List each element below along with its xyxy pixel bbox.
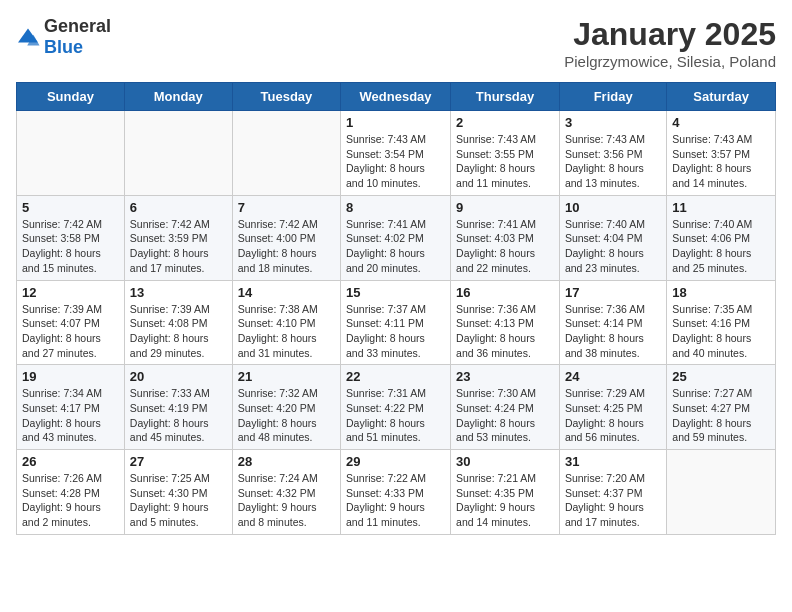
calendar-cell: 4Sunrise: 7:43 AM Sunset: 3:57 PM Daylig… bbox=[667, 111, 776, 196]
day-number: 18 bbox=[672, 285, 770, 300]
day-info: Sunrise: 7:39 AM Sunset: 4:07 PM Dayligh… bbox=[22, 302, 119, 361]
day-info: Sunrise: 7:35 AM Sunset: 4:16 PM Dayligh… bbox=[672, 302, 770, 361]
day-info: Sunrise: 7:42 AM Sunset: 3:58 PM Dayligh… bbox=[22, 217, 119, 276]
day-number: 1 bbox=[346, 115, 445, 130]
column-header-saturday: Saturday bbox=[667, 83, 776, 111]
day-info: Sunrise: 7:43 AM Sunset: 3:57 PM Dayligh… bbox=[672, 132, 770, 191]
calendar-cell: 19Sunrise: 7:34 AM Sunset: 4:17 PM Dayli… bbox=[17, 365, 125, 450]
logo-text: General Blue bbox=[44, 16, 111, 58]
title-block: January 2025 Pielgrzymowice, Silesia, Po… bbox=[564, 16, 776, 70]
calendar-title: January 2025 bbox=[564, 16, 776, 53]
day-info: Sunrise: 7:38 AM Sunset: 4:10 PM Dayligh… bbox=[238, 302, 335, 361]
calendar-cell: 21Sunrise: 7:32 AM Sunset: 4:20 PM Dayli… bbox=[232, 365, 340, 450]
page-header: General Blue January 2025 Pielgrzymowice… bbox=[16, 16, 776, 70]
day-number: 16 bbox=[456, 285, 554, 300]
day-number: 19 bbox=[22, 369, 119, 384]
day-info: Sunrise: 7:29 AM Sunset: 4:25 PM Dayligh… bbox=[565, 386, 661, 445]
day-number: 26 bbox=[22, 454, 119, 469]
day-number: 9 bbox=[456, 200, 554, 215]
day-info: Sunrise: 7:27 AM Sunset: 4:27 PM Dayligh… bbox=[672, 386, 770, 445]
calendar-cell bbox=[17, 111, 125, 196]
day-info: Sunrise: 7:34 AM Sunset: 4:17 PM Dayligh… bbox=[22, 386, 119, 445]
day-info: Sunrise: 7:43 AM Sunset: 3:54 PM Dayligh… bbox=[346, 132, 445, 191]
day-number: 30 bbox=[456, 454, 554, 469]
day-number: 3 bbox=[565, 115, 661, 130]
day-number: 25 bbox=[672, 369, 770, 384]
day-info: Sunrise: 7:37 AM Sunset: 4:11 PM Dayligh… bbox=[346, 302, 445, 361]
calendar-cell: 11Sunrise: 7:40 AM Sunset: 4:06 PM Dayli… bbox=[667, 195, 776, 280]
day-number: 29 bbox=[346, 454, 445, 469]
day-number: 10 bbox=[565, 200, 661, 215]
day-number: 27 bbox=[130, 454, 227, 469]
day-info: Sunrise: 7:39 AM Sunset: 4:08 PM Dayligh… bbox=[130, 302, 227, 361]
day-number: 4 bbox=[672, 115, 770, 130]
day-info: Sunrise: 7:43 AM Sunset: 3:55 PM Dayligh… bbox=[456, 132, 554, 191]
calendar-cell: 9Sunrise: 7:41 AM Sunset: 4:03 PM Daylig… bbox=[451, 195, 560, 280]
calendar-cell: 6Sunrise: 7:42 AM Sunset: 3:59 PM Daylig… bbox=[124, 195, 232, 280]
calendar-cell: 2Sunrise: 7:43 AM Sunset: 3:55 PM Daylig… bbox=[451, 111, 560, 196]
day-info: Sunrise: 7:41 AM Sunset: 4:02 PM Dayligh… bbox=[346, 217, 445, 276]
day-info: Sunrise: 7:43 AM Sunset: 3:56 PM Dayligh… bbox=[565, 132, 661, 191]
calendar-cell: 17Sunrise: 7:36 AM Sunset: 4:14 PM Dayli… bbox=[559, 280, 666, 365]
day-info: Sunrise: 7:26 AM Sunset: 4:28 PM Dayligh… bbox=[22, 471, 119, 530]
day-info: Sunrise: 7:42 AM Sunset: 4:00 PM Dayligh… bbox=[238, 217, 335, 276]
calendar-cell: 5Sunrise: 7:42 AM Sunset: 3:58 PM Daylig… bbox=[17, 195, 125, 280]
day-info: Sunrise: 7:36 AM Sunset: 4:14 PM Dayligh… bbox=[565, 302, 661, 361]
day-info: Sunrise: 7:42 AM Sunset: 3:59 PM Dayligh… bbox=[130, 217, 227, 276]
day-number: 20 bbox=[130, 369, 227, 384]
calendar-cell: 22Sunrise: 7:31 AM Sunset: 4:22 PM Dayli… bbox=[341, 365, 451, 450]
calendar-cell: 7Sunrise: 7:42 AM Sunset: 4:00 PM Daylig… bbox=[232, 195, 340, 280]
calendar-subtitle: Pielgrzymowice, Silesia, Poland bbox=[564, 53, 776, 70]
calendar-week-row: 19Sunrise: 7:34 AM Sunset: 4:17 PM Dayli… bbox=[17, 365, 776, 450]
day-number: 5 bbox=[22, 200, 119, 215]
calendar-cell: 30Sunrise: 7:21 AM Sunset: 4:35 PM Dayli… bbox=[451, 450, 560, 535]
column-header-monday: Monday bbox=[124, 83, 232, 111]
day-number: 11 bbox=[672, 200, 770, 215]
day-number: 15 bbox=[346, 285, 445, 300]
day-number: 12 bbox=[22, 285, 119, 300]
day-info: Sunrise: 7:31 AM Sunset: 4:22 PM Dayligh… bbox=[346, 386, 445, 445]
calendar-cell: 18Sunrise: 7:35 AM Sunset: 4:16 PM Dayli… bbox=[667, 280, 776, 365]
column-header-sunday: Sunday bbox=[17, 83, 125, 111]
day-number: 13 bbox=[130, 285, 227, 300]
calendar-cell: 26Sunrise: 7:26 AM Sunset: 4:28 PM Dayli… bbox=[17, 450, 125, 535]
day-number: 8 bbox=[346, 200, 445, 215]
calendar-week-row: 26Sunrise: 7:26 AM Sunset: 4:28 PM Dayli… bbox=[17, 450, 776, 535]
calendar-cell: 13Sunrise: 7:39 AM Sunset: 4:08 PM Dayli… bbox=[124, 280, 232, 365]
calendar-cell: 14Sunrise: 7:38 AM Sunset: 4:10 PM Dayli… bbox=[232, 280, 340, 365]
calendar-week-row: 1Sunrise: 7:43 AM Sunset: 3:54 PM Daylig… bbox=[17, 111, 776, 196]
logo-icon bbox=[16, 27, 40, 47]
calendar-cell: 10Sunrise: 7:40 AM Sunset: 4:04 PM Dayli… bbox=[559, 195, 666, 280]
day-info: Sunrise: 7:33 AM Sunset: 4:19 PM Dayligh… bbox=[130, 386, 227, 445]
calendar-cell: 8Sunrise: 7:41 AM Sunset: 4:02 PM Daylig… bbox=[341, 195, 451, 280]
day-info: Sunrise: 7:30 AM Sunset: 4:24 PM Dayligh… bbox=[456, 386, 554, 445]
day-number: 22 bbox=[346, 369, 445, 384]
day-number: 21 bbox=[238, 369, 335, 384]
calendar-cell: 29Sunrise: 7:22 AM Sunset: 4:33 PM Dayli… bbox=[341, 450, 451, 535]
day-info: Sunrise: 7:40 AM Sunset: 4:06 PM Dayligh… bbox=[672, 217, 770, 276]
calendar-cell: 12Sunrise: 7:39 AM Sunset: 4:07 PM Dayli… bbox=[17, 280, 125, 365]
calendar-header-row: SundayMondayTuesdayWednesdayThursdayFrid… bbox=[17, 83, 776, 111]
calendar-cell: 25Sunrise: 7:27 AM Sunset: 4:27 PM Dayli… bbox=[667, 365, 776, 450]
day-info: Sunrise: 7:41 AM Sunset: 4:03 PM Dayligh… bbox=[456, 217, 554, 276]
calendar-cell bbox=[667, 450, 776, 535]
day-number: 17 bbox=[565, 285, 661, 300]
logo: General Blue bbox=[16, 16, 111, 58]
day-info: Sunrise: 7:21 AM Sunset: 4:35 PM Dayligh… bbox=[456, 471, 554, 530]
day-number: 28 bbox=[238, 454, 335, 469]
day-info: Sunrise: 7:24 AM Sunset: 4:32 PM Dayligh… bbox=[238, 471, 335, 530]
column-header-tuesday: Tuesday bbox=[232, 83, 340, 111]
calendar-cell: 16Sunrise: 7:36 AM Sunset: 4:13 PM Dayli… bbox=[451, 280, 560, 365]
day-info: Sunrise: 7:20 AM Sunset: 4:37 PM Dayligh… bbox=[565, 471, 661, 530]
calendar-week-row: 12Sunrise: 7:39 AM Sunset: 4:07 PM Dayli… bbox=[17, 280, 776, 365]
day-info: Sunrise: 7:25 AM Sunset: 4:30 PM Dayligh… bbox=[130, 471, 227, 530]
calendar-cell: 31Sunrise: 7:20 AM Sunset: 4:37 PM Dayli… bbox=[559, 450, 666, 535]
day-info: Sunrise: 7:40 AM Sunset: 4:04 PM Dayligh… bbox=[565, 217, 661, 276]
column-header-thursday: Thursday bbox=[451, 83, 560, 111]
calendar-cell: 15Sunrise: 7:37 AM Sunset: 4:11 PM Dayli… bbox=[341, 280, 451, 365]
calendar-week-row: 5Sunrise: 7:42 AM Sunset: 3:58 PM Daylig… bbox=[17, 195, 776, 280]
calendar-cell: 1Sunrise: 7:43 AM Sunset: 3:54 PM Daylig… bbox=[341, 111, 451, 196]
day-number: 14 bbox=[238, 285, 335, 300]
day-number: 23 bbox=[456, 369, 554, 384]
day-info: Sunrise: 7:22 AM Sunset: 4:33 PM Dayligh… bbox=[346, 471, 445, 530]
